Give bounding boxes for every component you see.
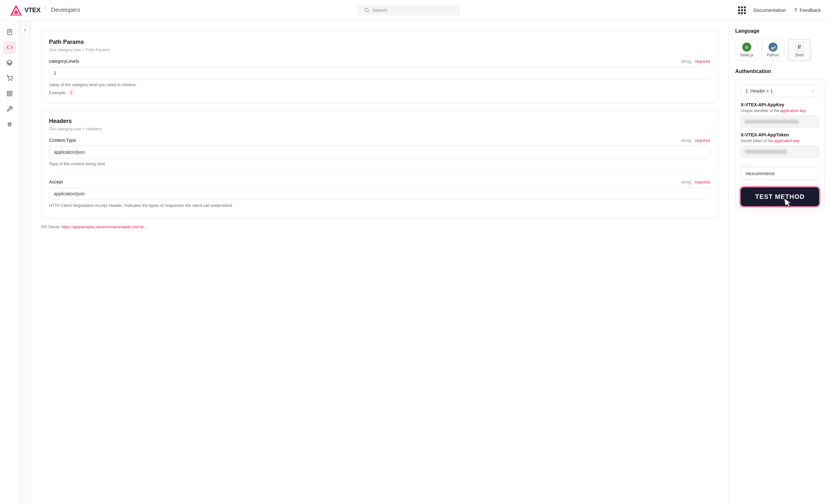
example-label: Example: <box>49 90 66 95</box>
python-logo <box>770 44 776 50</box>
sidebar-item-widgets[interactable] <box>3 87 16 100</box>
language-tabs: N Node.js Python // Shell <box>735 39 825 61</box>
appkey-desc: Unique identifier of the application key… <box>741 109 819 113</box>
api-server-url[interactable]: https://apiexamples.vtexcommercestable.c… <box>61 225 147 229</box>
side-panel-toggle <box>19 21 31 504</box>
svg-point-6 <box>8 80 9 81</box>
apptoken-link[interactable]: application key <box>774 139 799 143</box>
lang-tab-shell[interactable]: // Shell <box>788 39 811 61</box>
accept-required: required <box>695 180 710 184</box>
svg-rect-11 <box>10 94 12 96</box>
auth-select[interactable]: 1. Header + 1 <box>741 85 819 97</box>
right-panel: Language N Node.js <box>728 21 831 504</box>
category-levels-field-row: categoryLevels string required <box>49 59 710 64</box>
appkey-desc-prefix: Unique identifier of the <box>741 109 780 113</box>
partial-url-text: ps.//ap... <box>741 162 757 168</box>
svg-text:N: N <box>746 47 747 48</box>
appkey-label: X-VTEX-API-AppKey <box>741 102 819 107</box>
page-layout: Path Params Get category tree > Path Par… <box>0 21 831 504</box>
sidebar-nav <box>0 21 19 504</box>
test-method-area: TEST METHOD <box>741 187 819 206</box>
search-placeholder: Search <box>372 7 387 13</box>
category-levels-input[interactable] <box>49 67 710 79</box>
nodejs-label: Node.js <box>740 53 753 57</box>
api-server-row: API Server https://apiexamples.vtexcomme… <box>41 225 718 229</box>
apptoken-input[interactable] <box>741 146 819 158</box>
python-label: Python <box>767 53 779 57</box>
headers-breadcrumb-text: Get category tree > Headers <box>49 126 102 131</box>
content-type-description: Type of the content being sent. <box>49 161 710 166</box>
accept-label: Accept <box>49 179 63 184</box>
lang-tab-python[interactable]: Python <box>762 39 784 61</box>
fields-divider <box>49 173 710 173</box>
partial-url-area: ps.//ap... <box>741 162 819 168</box>
header-left: VTEX Developers <box>10 4 80 16</box>
category-levels-label: categoryLevels <box>49 59 79 64</box>
apptoken-desc-prefix: Secret token of the <box>741 139 774 143</box>
layers-icon <box>6 60 13 66</box>
vtex-brand-name: VTEX <box>24 6 40 14</box>
vtex-logo-icon <box>10 4 22 16</box>
svg-rect-9 <box>10 91 12 93</box>
vtex-logo[interactable]: VTEX <box>10 4 40 16</box>
accept-type: string <box>681 180 691 184</box>
panel-toggle-icon <box>23 28 27 32</box>
example-value: 1 <box>68 90 74 95</box>
tools-icon <box>6 106 13 112</box>
test-method-button[interactable]: TEST METHOD <box>741 187 819 206</box>
content-type-input[interactable] <box>49 146 710 158</box>
search-icon <box>364 8 369 13</box>
sidebar-item-tools[interactable] <box>3 102 16 115</box>
svg-rect-8 <box>7 91 9 93</box>
header-right: Documentation ↗ Feedback <box>738 6 821 14</box>
category-levels-required: required <box>695 59 710 64</box>
accept-input[interactable] <box>49 188 710 200</box>
nodejs-icon: N <box>742 42 751 52</box>
accept-description: HTTP Client Negotiation Accept Header. I… <box>49 203 710 208</box>
documentation-link[interactable]: Documentation <box>753 7 786 13</box>
python-icon <box>769 42 777 52</box>
svg-line-15 <box>10 122 10 127</box>
header-divider <box>46 6 46 15</box>
document-icon <box>6 29 13 35</box>
appkey-link[interactable]: application key <box>780 109 805 113</box>
svg-rect-10 <box>7 94 9 96</box>
svg-line-14 <box>8 122 9 127</box>
code-icon <box>6 44 13 51</box>
vtexcommerce-input[interactable] <box>741 168 819 180</box>
apptoken-label: X-VTEX-API-AppToken <box>741 132 819 137</box>
feedback-label: Feedback <box>800 7 821 13</box>
widgets-icon <box>6 90 13 97</box>
collapse-panel-button[interactable] <box>21 26 29 35</box>
external-link-icon: ↗ <box>792 6 799 14</box>
headers-section: Headers Get category tree > Headers Cont… <box>41 110 718 218</box>
breadcrumb-text: Get category tree > Path Params <box>49 48 110 52</box>
main-content: Path Params Get category tree > Path Par… <box>31 21 728 504</box>
accept-field-row: Accept string required <box>49 179 710 184</box>
search-bar[interactable]: Search <box>358 5 460 16</box>
category-levels-type: string <box>681 59 691 64</box>
app-name: Developers <box>51 7 80 13</box>
feedback-button[interactable]: ↗ Feedback <box>794 7 821 13</box>
sidebar-item-cart[interactable] <box>3 72 16 85</box>
sidebar-item-code[interactable] <box>3 41 16 54</box>
cart-icon <box>6 75 13 81</box>
sidebar-item-layers[interactable] <box>3 56 16 69</box>
svg-point-0 <box>365 8 368 12</box>
test-method-label: TEST METHOD <box>755 193 804 200</box>
header: VTEX Developers Search Documentation ↗ F… <box>0 0 831 21</box>
apps-grid-icon <box>738 6 746 14</box>
sidebar-item-document[interactable] <box>3 26 16 38</box>
category-levels-meta: string required <box>681 59 711 64</box>
content-type-meta: string required <box>681 138 711 143</box>
path-params-breadcrumb: Get category tree > Path Params <box>49 48 710 52</box>
language-section-title: Language <box>735 28 825 34</box>
appkey-input[interactable] <box>741 116 819 128</box>
category-levels-example: Example: 1 <box>49 90 710 95</box>
headers-breadcrumb: Get category tree > Headers <box>49 126 710 131</box>
lang-tab-nodejs[interactable]: N Node.js <box>735 39 758 61</box>
hash-icon <box>6 121 13 127</box>
category-levels-description: Value of the category level you need to … <box>49 82 710 87</box>
documentation-label: Documentation <box>753 7 786 13</box>
sidebar-item-hash[interactable] <box>3 118 16 131</box>
